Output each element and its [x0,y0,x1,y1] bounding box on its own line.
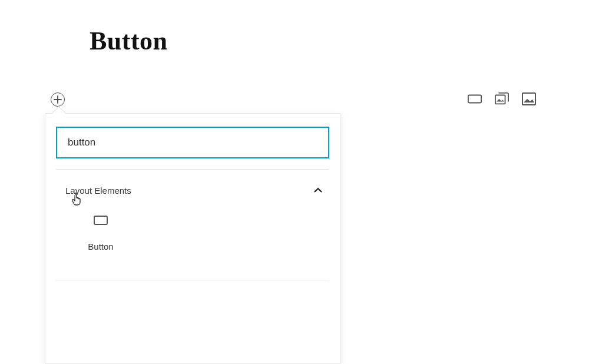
svg-rect-1 [495,95,505,104]
svg-rect-0 [468,95,481,103]
search-input[interactable] [56,127,329,158]
page-title: Button [90,26,168,56]
add-block-button[interactable] [51,92,65,107]
divider [56,280,329,280]
button-icon [468,93,482,105]
image-icon [522,92,536,105]
section-title: Layout Elements [65,186,131,196]
chevron-up-icon [313,185,323,196]
plus-icon [54,95,62,104]
block-item-button[interactable]: Button [56,207,145,262]
block-inserter-panel: Layout Elements Button [45,113,340,364]
insert-button-block[interactable] [468,92,482,106]
block-label: Button [62,241,140,252]
section-header[interactable]: Layout Elements [45,170,340,201]
search-container [45,114,340,169]
block-list: Button [45,201,340,280]
insert-gallery-block[interactable] [495,92,509,106]
insert-image-block[interactable] [522,92,536,106]
svg-rect-2 [522,93,535,105]
block-type-toolbar [468,92,536,106]
button-icon [94,216,108,225]
gallery-icon [495,92,509,106]
